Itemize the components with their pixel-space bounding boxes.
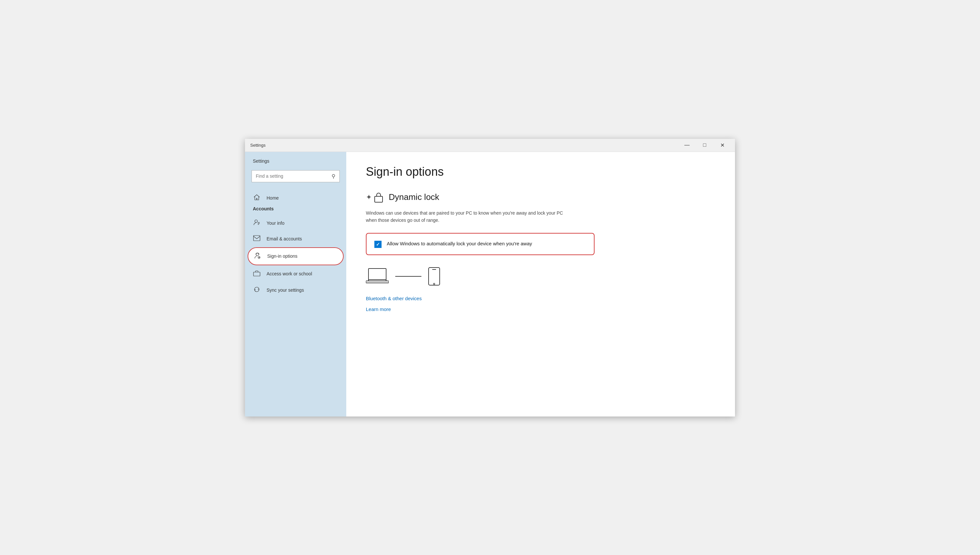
minimize-button[interactable]: —: [680, 140, 695, 150]
svg-point-5: [256, 253, 259, 256]
svg-point-6: [258, 257, 260, 258]
sidebar-item-email-accounts[interactable]: Email & accounts: [245, 231, 346, 247]
maximize-button[interactable]: □: [697, 140, 712, 150]
dynamic-lock-icon-group: ✦: [366, 192, 383, 203]
laptop-icon: [366, 267, 389, 286]
search-input[interactable]: [256, 173, 332, 179]
sidebar-item-your-info-label: Your info: [266, 220, 284, 226]
sidebar-item-access-work-school[interactable]: Access work or school: [245, 266, 346, 282]
checkbox-checkmark: ✓: [376, 242, 380, 247]
lock-icon: [374, 192, 383, 203]
sidebar-item-email-label: Email & accounts: [266, 236, 302, 241]
content-area: Settings ⚲ Home Accounts: [245, 152, 735, 417]
title-bar: Settings — □ ✕: [245, 139, 735, 152]
sidebar-item-sign-in-label: Sign-in options: [267, 253, 298, 259]
device-illustration: [366, 267, 715, 286]
sign-in-icon: [253, 252, 261, 261]
accounts-label: Accounts: [245, 206, 346, 215]
connection-line: [395, 276, 422, 277]
svg-point-0: [255, 220, 257, 223]
svg-rect-4: [253, 236, 260, 241]
auto-lock-checkbox-container: ✓ Allow Windows to automatically lock yo…: [366, 233, 595, 255]
sidebar-item-home[interactable]: Home: [245, 190, 346, 206]
learn-more-link[interactable]: Learn more: [366, 306, 715, 312]
main-content: Sign-in options ✦ Dynamic lock Windows c…: [346, 152, 735, 417]
sync-icon: [253, 286, 261, 295]
svg-point-15: [433, 283, 435, 284]
svg-rect-13: [428, 268, 440, 285]
settings-window: Settings — □ ✕ Settings ⚲ Home: [245, 139, 735, 417]
email-icon: [253, 235, 261, 243]
search-icon: ⚲: [332, 173, 335, 179]
window-title: Settings: [250, 143, 266, 148]
bluetooth-link[interactable]: Bluetooth & other devices: [366, 296, 715, 301]
page-title: Sign-in options: [366, 165, 715, 179]
dynamic-lock-description: Windows can use devices that are paired …: [366, 209, 568, 224]
checkbox-wrapper[interactable]: ✓: [374, 241, 382, 248]
sidebar-item-work-label: Access work or school: [266, 271, 312, 276]
auto-lock-checkbox[interactable]: ✓: [374, 241, 382, 248]
phone-icon: [428, 267, 440, 286]
sidebar-item-sync-label: Sync your settings: [266, 287, 304, 293]
work-icon: [253, 270, 261, 278]
dynamic-lock-header: ✦ Dynamic lock: [366, 192, 715, 203]
sidebar-title: Settings: [245, 159, 346, 170]
dynamic-lock-title: Dynamic lock: [389, 192, 439, 202]
home-icon: [253, 194, 261, 202]
svg-rect-8: [375, 196, 383, 202]
svg-rect-7: [253, 272, 260, 276]
sidebar-item-sign-in-options[interactable]: Sign-in options: [248, 247, 344, 265]
sparkle-icon: ✦: [366, 193, 372, 202]
sidebar: Settings ⚲ Home Accounts: [245, 152, 346, 417]
search-box[interactable]: ⚲: [252, 170, 340, 182]
sidebar-item-home-label: Home: [266, 195, 279, 201]
sidebar-item-sync-settings[interactable]: Sync your settings: [245, 282, 346, 298]
sidebar-item-your-info[interactable]: Your info: [245, 215, 346, 231]
auto-lock-label: Allow Windows to automatically lock your…: [387, 240, 532, 248]
your-info-icon: [253, 219, 261, 227]
close-button[interactable]: ✕: [715, 140, 730, 150]
window-controls: — □ ✕: [680, 140, 730, 150]
svg-rect-9: [369, 268, 386, 281]
